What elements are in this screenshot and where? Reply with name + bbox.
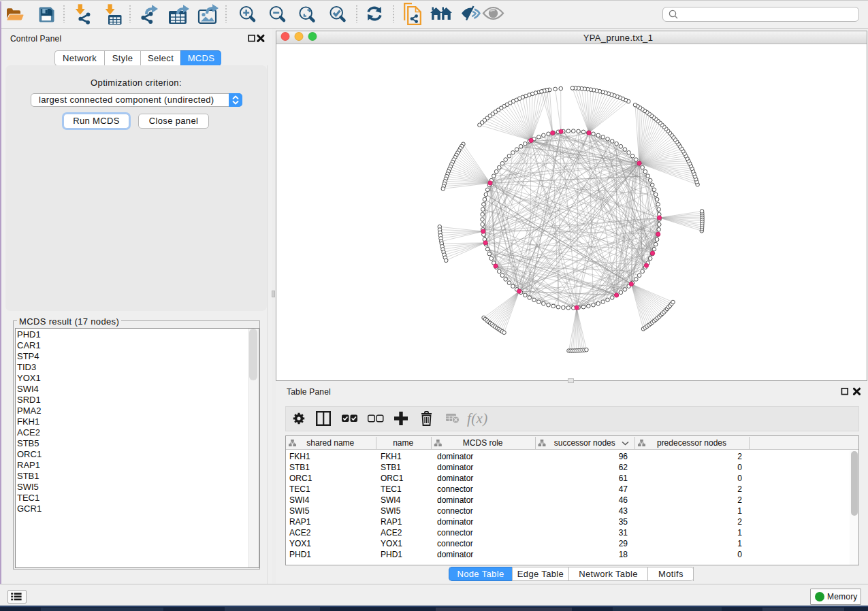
svg-text:f(x): f(x) [467,410,488,427]
